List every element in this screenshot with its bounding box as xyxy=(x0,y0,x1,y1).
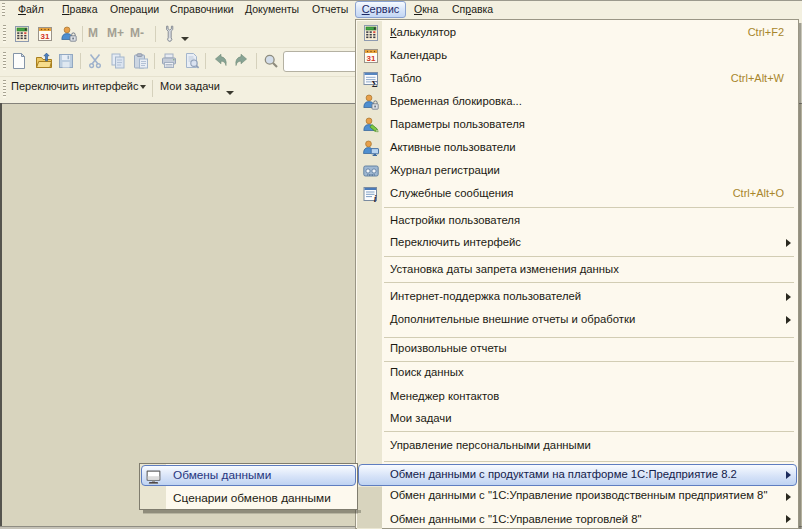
svg-text:31: 31 xyxy=(367,54,376,63)
svg-text:Σ: Σ xyxy=(372,79,378,87)
svg-text:31: 31 xyxy=(41,32,50,41)
svg-text:i: i xyxy=(374,193,377,202)
